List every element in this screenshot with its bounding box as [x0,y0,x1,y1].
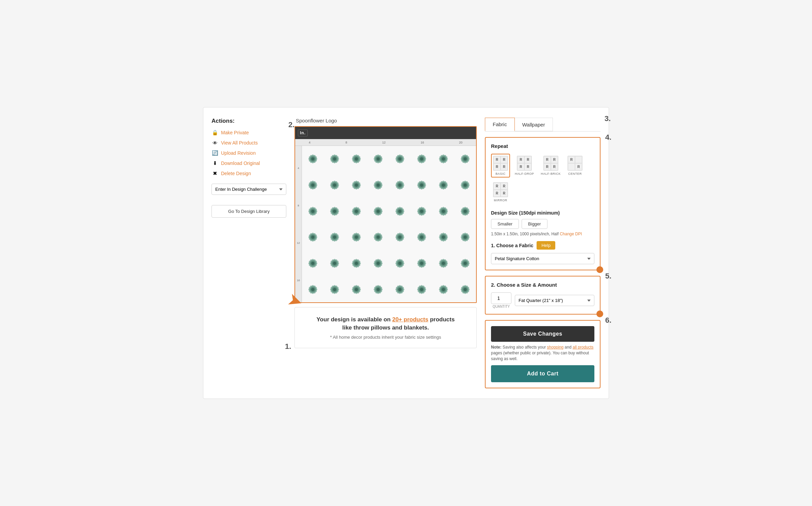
repeat-cell: R [568,156,575,163]
size-info: 1.50in x 1.50in, 1000 pixels/inch, Half … [491,232,594,236]
svg-point-571 [376,288,379,291]
svg-point-155 [376,184,379,187]
sidebar-action-upload-revision[interactable]: 🔄 Upload Revision [212,150,286,156]
smaller-btn[interactable]: Smaller [491,219,519,229]
repeat-cell: R [501,156,508,163]
pattern-cell [389,250,411,276]
sidebar-action-download-original[interactable]: ⬇ Download Original [212,160,286,167]
svg-point-207 [463,184,467,187]
all-products-link[interactable]: all products [573,345,593,350]
repeat-option-basic[interactable]: RRRR BASIC [491,154,510,178]
svg-point-298 [442,209,445,213]
pattern-cell [367,172,389,198]
tab-wallpaper[interactable]: Wallpaper [514,118,553,131]
sidebar-action-label-view-all-products: View All Products [221,140,258,146]
svg-point-415 [463,236,467,239]
delete-icon: ✖ [212,170,218,177]
pattern-cell [454,250,476,276]
svg-point-77 [420,157,423,161]
pattern-cell [345,276,367,303]
svg-point-493 [420,262,423,265]
pattern-cell [345,198,367,224]
pattern-cell [302,224,324,250]
pattern-cell [389,146,411,172]
ruler-marks: 4 8 12 16 20 [295,141,476,144]
sidebar-action-delete-design[interactable]: ✖ Delete Design [212,170,286,177]
size-buttons: Smaller Bigger [491,219,594,229]
repeat-label-mirror: MIRROR [494,199,507,202]
design-challenge-select[interactable]: Enter In Design Challenge [212,184,286,195]
tab-fabric[interactable]: Fabric [485,118,515,131]
sidebar-action-make-private[interactable]: 🔒 Make Private [212,129,286,136]
repeat-cell [575,156,582,163]
svg-point-116 [311,184,314,187]
repeat-cell: R [501,190,508,197]
sidebar: Actions: 🔒 Make Private 👁 View All Produ… [212,118,286,388]
pattern-cell [411,172,433,198]
pattern-cell [433,250,454,276]
pattern-cell [411,198,433,224]
pattern-cell [324,276,345,303]
repeat-option-half-drop[interactable]: RRRR HALF-DROP [513,154,536,178]
save-section: 6. Save Changes Note: Saving also affect… [485,320,600,388]
svg-point-25 [333,157,336,161]
add-to-cart-button[interactable]: Add to Cart [491,365,594,382]
sidebar-dropdown[interactable]: Enter In Design Challenge [212,184,286,195]
svg-point-558 [355,288,358,291]
svg-point-38 [355,157,358,161]
repeat-section: 4. Repeat RRRR BASIC RRRR HALF-DROP RRRR… [485,137,600,270]
design-size-section: Design Size (150dpi minimum) Smaller Big… [491,210,594,236]
pattern-grid [302,146,476,302]
pattern-cell [433,146,454,172]
pattern-cell [367,276,389,303]
repeat-option-half-brick[interactable]: RRRR HALF-BRICK [539,154,563,178]
repeat-cell: R [524,163,531,170]
refresh-icon: 🔄 [212,150,218,156]
pattern-cell [324,250,345,276]
go-to-design-library-button[interactable]: Go To Design Library [212,205,286,218]
pattern-cell [454,276,476,303]
svg-point-441 [333,262,336,265]
repeat-cell: R [493,190,501,197]
pattern-cell [433,276,454,303]
repeat-cell: R [501,163,508,170]
circle-indicator-5 [596,310,603,317]
right-panel: 3. Fabric Wallpaper 4. Repeat RRRR BASIC… [485,118,600,388]
pattern-cell [454,146,476,172]
arrow-indicator: ➤ [285,289,306,313]
repeat-cell: R [544,156,551,163]
preview-area: In. 4 8 12 16 20 4 8 12 16 [294,126,477,303]
size-amount-section: 5. 2. Choose a Size & Amount QUANTITY Fa… [485,276,600,315]
quantity-wrap: QUANTITY [491,292,511,308]
pattern-cell [389,172,411,198]
size-select[interactable]: Fat Quarter (21" x 18") [515,295,594,306]
sidebar-action-view-all-products[interactable]: 👁 View All Products [212,139,286,146]
svg-point-103 [463,157,467,161]
products-link[interactable]: 20+ products [392,316,428,323]
main-content: 2. Spoonflower Logo In. 4 8 12 16 20 4 8 [294,118,477,388]
in-badge: In. [298,130,308,136]
repeat-cell: R [493,156,501,163]
pattern-cell [367,224,389,250]
svg-point-389 [420,236,423,239]
fabric-select[interactable]: Petal Signature Cotton [491,253,594,264]
info-box-sub: * All home decor products inherit your f… [303,335,468,340]
size-amount-heading: 2. Choose a Size & Amount [491,282,594,288]
repeat-cell: R [575,163,582,170]
repeat-label-half-brick: HALF-BRICK [541,172,561,175]
repeat-option-mirror[interactable]: RRRR MIRROR [491,180,510,204]
quantity-input[interactable] [491,292,511,304]
help-button[interactable]: Help [537,241,555,250]
shopping-link[interactable]: shopping [547,345,564,350]
bigger-btn[interactable]: Bigger [522,219,547,229]
save-changes-button[interactable]: Save Changes [491,326,594,342]
size-select-wrap: Fat Quarter (21" x 18") [515,295,594,306]
change-dpi-link[interactable]: Change DPI [560,232,582,236]
svg-point-285 [420,209,423,213]
pattern-cell [367,250,389,276]
repeat-option-center[interactable]: RR CENTER [565,154,585,178]
tab-section: Fabric Wallpaper [485,118,600,132]
svg-point-246 [355,209,358,213]
svg-point-532 [311,288,314,291]
pattern-cell [411,146,433,172]
